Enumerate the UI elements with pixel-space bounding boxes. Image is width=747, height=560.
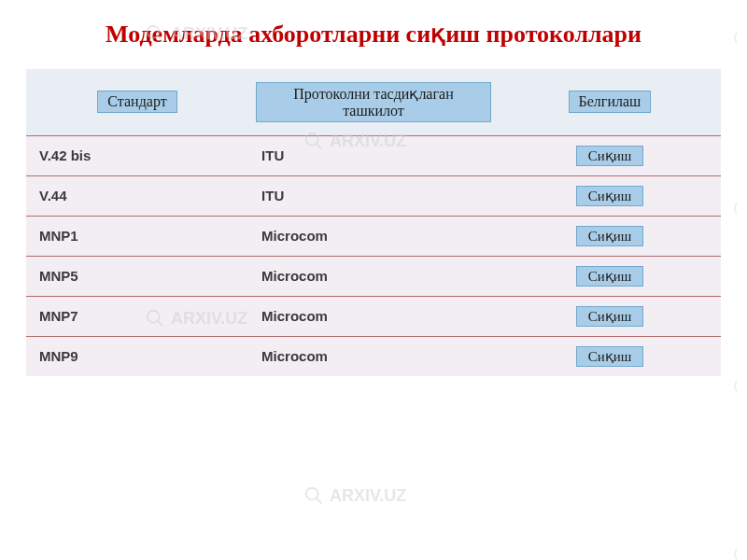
table-header-row: Стандарт Протоколни тасдиқлаган ташкилот… [26,69,721,136]
table-row: V.44 ITU Сиқиш [26,175,721,216]
cell-org: ITU [248,175,499,216]
cell-org: Microcom [248,336,499,376]
watermark-dash: ⟨ [733,201,738,216]
table-row: MNP7 Microcom Сиқиш [26,296,721,336]
col-header-label: Белгилаш [499,69,721,136]
label-box: Сиқиш [576,146,644,166]
svg-point-6 [306,488,318,500]
watermark: ARXIV.UZ [303,485,406,506]
cell-label: Сиқиш [499,135,721,175]
col-header-standard: Стандарт [26,69,248,136]
table-row: MNP9 Microcom Сиқиш [26,336,721,376]
cell-label: Сиқиш [499,216,721,256]
magnifier-icon [303,485,324,506]
label-box: Сиқиш [576,306,644,327]
col-header-org: Протоколни тасдиқлаган ташкилот [248,69,499,136]
protocols-table-wrap: Стандарт Протоколни тасдиқлаган ташкилот… [26,69,721,376]
cell-standard: MNP1 [26,216,248,256]
cell-label: Сиқиш [499,296,721,336]
header-box: Белгилаш [569,91,652,113]
protocols-table: Стандарт Протоколни тасдиқлаган ташкилот… [26,69,721,376]
cell-standard: MNP5 [26,256,248,296]
cell-standard: MNP9 [26,336,248,376]
cell-org: Microcom [248,296,499,336]
label-box: Сиқиш [576,186,644,206]
header-box: Стандарт [97,91,176,113]
cell-org: Microcom [248,216,499,256]
cell-standard: V.44 [26,175,248,216]
cell-label: Сиқиш [499,336,721,376]
cell-standard: MNP7 [26,296,248,336]
cell-org: Microcom [248,256,499,296]
cell-standard: V.42 bis [26,135,248,175]
watermark-dash: ⟨ [733,378,738,393]
table-row: MNP1 Microcom Сиқиш [26,216,721,256]
watermark-dash: ⟨ [733,546,738,560]
watermark-text: ARXIV.UZ [330,486,406,506]
cell-label: Сиқиш [499,175,721,216]
table-row: MNP5 Microcom Сиқиш [26,256,721,296]
label-box: Сиқиш [576,346,644,367]
cell-label: Сиқиш [499,256,721,296]
table-row: V.42 bis ITU Сиқиш [26,135,721,175]
label-box: Сиқиш [576,226,644,246]
header-box: Протоколни тасдиқлаган ташкилот [256,82,491,122]
cell-org: ITU [248,135,499,175]
label-box: Сиқиш [576,266,644,287]
page-title: Модемларда ахборотларни сиқиш протоколла… [0,0,747,60]
svg-line-7 [317,498,322,504]
watermark-dash: ⟨ [733,30,738,45]
